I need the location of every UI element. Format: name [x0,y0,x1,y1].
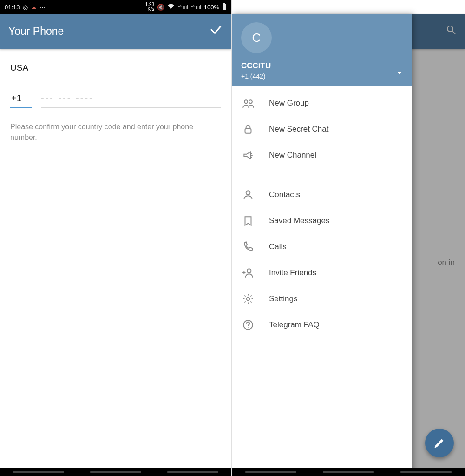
settings-icon [242,293,254,305]
group-icon [242,97,254,109]
page-title: Your Phone [8,25,64,38]
drawer-item-label: Contacts [269,190,300,199]
drawer-item-new-group[interactable]: New Group [232,90,412,116]
status-app-icon: ☁ [31,4,37,11]
nav-recent[interactable] [13,471,64,473]
drawer-item-settings[interactable]: Settings [232,286,412,312]
login-form: USA +1 --- --- ---- Please confirm your … [0,49,231,143]
drawer-item-calls[interactable]: Calls [232,234,412,260]
signal-icon: ⁴ᴳ ıııl [177,5,188,10]
screen-login: 01:13 ◎ ☁ ⋯ 1.93 K/s 🔇 ⁴ᴳ ıııl ⁴ᴳ ıııl 1… [0,0,232,476]
check-icon [209,23,223,37]
screen-drawer: 01:15 ▢ M ◉ ⋯ 0 K/s 🔇 ⁴ᴳ ıııl ⁴ᴳ ıııl 10… [232,0,465,476]
pencil-icon [434,437,445,449]
country-field[interactable]: USA [10,59,221,78]
signal-icon: ⁴ᴳ ıııl [190,5,201,10]
svg-rect-8 [245,129,251,133]
help-text: Please confirm your country code and ent… [10,121,221,143]
confirm-button[interactable] [209,23,223,40]
channel-icon [242,149,254,161]
svg-point-13 [248,327,248,328]
phone-number-input[interactable]: --- --- ---- [41,90,221,108]
drawer-item-label: New Secret Chat [269,125,329,134]
app-bar: Your Phone [0,14,231,49]
status-app-icon: ◎ [23,4,28,11]
account-phone: +1 (442) [241,73,403,80]
dial-code-input[interactable]: +1 [10,90,32,108]
nav-back[interactable] [167,471,218,473]
drawer-item-label: New Channel [269,151,316,160]
drawer-item-saved-messages[interactable]: Saved Messages [232,208,412,234]
svg-rect-1 [223,3,225,4]
status-app-icon: ⋯ [39,4,46,11]
help-icon [242,319,254,331]
drawer-item-telegram-faq[interactable]: Telegram FAQ [232,312,412,338]
drawer-item-label: Settings [269,294,297,304]
drawer-item-new-channel[interactable]: New Channel [232,142,412,168]
drawer-item-contacts[interactable]: Contacts [232,182,412,208]
person-icon [242,189,254,201]
svg-point-9 [246,191,250,195]
drawer-item-new-secret-chat[interactable]: New Secret Chat [232,116,412,142]
nav-back[interactable] [400,471,452,473]
call-icon [242,241,254,253]
svg-point-10 [247,269,251,273]
battery-icon [222,3,227,12]
bookmark-icon [242,215,254,227]
drawer-item-label: Invite Friends [269,268,316,278]
nav-recent[interactable] [245,471,296,473]
addperson-icon [242,267,254,279]
nav-home[interactable] [323,471,374,473]
status-net-speed: 1.93 K/s [145,2,154,12]
mute-icon: 🔇 [157,4,164,11]
chevron-down-icon [396,70,403,76]
drawer-menu: New GroupNew Secret ChatNew Channel [232,86,412,172]
drawer-menu: ContactsSaved MessagesCallsInvite Friend… [232,178,412,342]
compose-fab[interactable] [425,429,454,457]
account-switcher[interactable] [396,70,403,78]
drawer-item-label: New Group [269,99,309,108]
status-time: 01:13 [5,4,20,11]
account-name: CCCiTU [241,61,403,71]
wifi-icon [167,4,175,11]
drawer-item-label: Saved Messages [269,216,329,225]
drawer-item-label: Telegram FAQ [269,320,320,330]
drawer-header[interactable]: C CCCiTU +1 (442) [232,14,412,86]
svg-point-11 [247,298,250,301]
status-battery-text: 100% [204,4,219,11]
android-nav-bar [232,468,465,476]
svg-rect-0 [223,4,226,10]
drawer-item-label: Calls [269,242,287,251]
svg-point-7 [249,100,252,103]
navigation-drawer: C CCCiTU +1 (442) New GroupNew Secret Ch… [232,14,412,476]
nav-home[interactable] [90,471,141,473]
drawer-item-invite-friends[interactable]: Invite Friends [232,260,412,286]
lock-icon [242,123,254,135]
avatar: C [241,22,272,53]
divider [232,175,412,175]
android-nav-bar [0,468,231,476]
status-bar: 01:13 ◎ ☁ ⋯ 1.93 K/s 🔇 ⁴ᴳ ıııl ⁴ᴳ ıııl 1… [0,0,231,14]
svg-point-6 [244,100,248,103]
